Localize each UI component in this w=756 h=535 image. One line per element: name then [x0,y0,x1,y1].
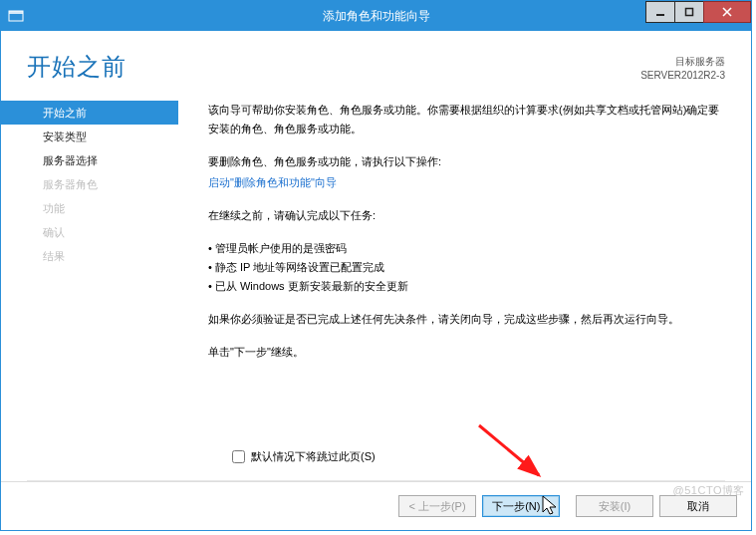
svg-rect-1 [9,11,23,14]
nav-server-roles: 服务器角色 [1,172,178,196]
prereq-item: 已从 Windows 更新安装最新的安全更新 [208,277,723,296]
skip-page-checkbox[interactable] [232,450,245,463]
skip-page-row: 默认情况下将跳过此页(S) [232,449,376,464]
install-button: 安装(I) [576,495,653,517]
nav-features: 功能 [1,196,178,220]
nav-sidebar: 开始之前 安装类型 服务器选择 服务器角色 功能 确认 结果 [1,91,178,376]
before-continue-text: 在继续之前，请确认完成以下任务: [208,206,723,225]
nav-confirmation: 确认 [1,220,178,244]
prerequisite-list: 管理员帐户使用的是强密码 静态 IP 地址等网络设置已配置完成 已从 Windo… [208,239,723,296]
nav-results: 结果 [1,244,178,268]
target-server-box: 目标服务器 SERVER2012R2-3 [640,51,725,83]
titlebar: 添加角色和功能向导 [1,1,751,31]
svg-rect-3 [686,9,693,16]
target-server-name: SERVER2012R2-3 [640,69,725,83]
target-server-label: 目标服务器 [640,55,725,69]
wizard-window: 添加角色和功能向导 开始之前 目标服务器 SERVER2012R2-3 开始之前… [0,0,752,531]
next-hint: 单击"下一步"继续。 [208,343,723,362]
window-controls [646,1,751,23]
nav-before-you-begin[interactable]: 开始之前 [1,101,178,125]
body: 开始之前 安装类型 服务器选择 服务器角色 功能 确认 结果 该向导可帮助你安装… [1,91,751,376]
footer: < 上一步(P) 下一步(N) > 安装(I) 取消 [1,481,751,530]
header: 开始之前 目标服务器 SERVER2012R2-3 [1,31,751,91]
svg-line-6 [479,425,539,475]
previous-button: < 上一步(P) [398,495,476,517]
verify-text: 如果你必须验证是否已完成上述任何先决条件，请关闭向导，完成这些步骤，然后再次运行… [208,310,723,329]
next-button[interactable]: 下一步(N) > [482,495,560,517]
skip-page-label: 默认情况下将跳过此页(S) [251,449,376,464]
wizard-icon [7,7,25,25]
cancel-button[interactable]: 取消 [659,495,737,517]
remove-prompt: 要删除角色、角色服务或功能，请执行以下操作: [208,152,723,171]
window-title: 添加角色和功能向导 [1,8,751,25]
minimize-button[interactable] [645,1,675,23]
nav-install-type[interactable]: 安装类型 [1,125,178,148]
close-button[interactable] [703,1,751,23]
prereq-item: 静态 IP 地址等网络设置已配置完成 [208,258,723,277]
maximize-button[interactable] [674,1,704,23]
remove-roles-link[interactable]: 启动"删除角色和功能"向导 [208,173,723,192]
content-pane: 该向导可帮助你安装角色、角色服务或功能。你需要根据组织的计算要求(例如共享文档或… [178,91,751,376]
nav-server-selection[interactable]: 服务器选择 [1,148,178,172]
page-title: 开始之前 [27,51,126,83]
intro-text: 该向导可帮助你安装角色、角色服务或功能。你需要根据组织的计算要求(例如共享文档或… [208,101,723,138]
prereq-item: 管理员帐户使用的是强密码 [208,239,723,258]
